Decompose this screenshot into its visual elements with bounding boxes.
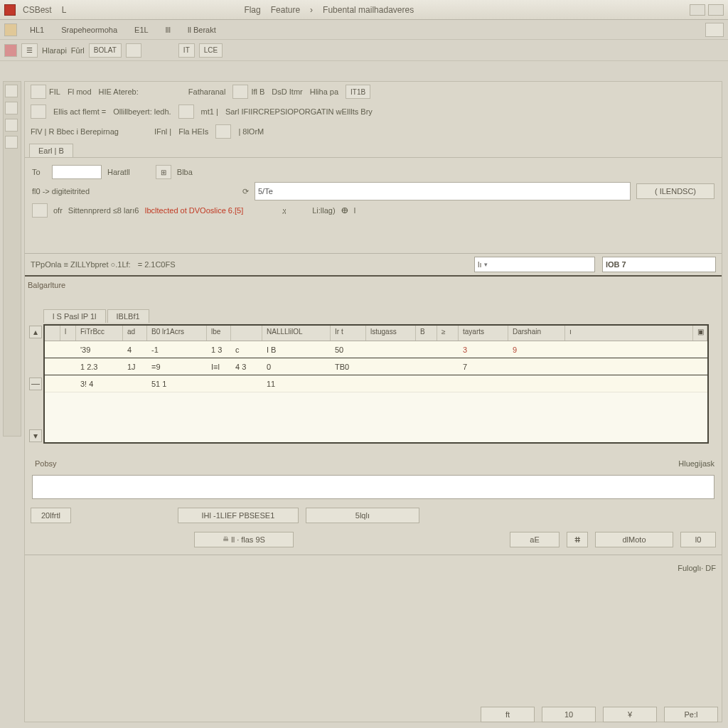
notes-textarea[interactable] <box>32 475 714 499</box>
tb-btn-1[interactable]: ☰ <box>21 43 38 58</box>
bar-a: ofr <box>53 206 63 215</box>
gh-5[interactable]: lbe <box>207 326 231 341</box>
gh-scroll[interactable]: ▣ <box>693 326 707 341</box>
footer-btn-3[interactable]: ¥ <box>603 707 657 722</box>
side-icon-4[interactable] <box>5 136 18 149</box>
header-row-3: FlV | R Bbec i Berepirnag IFnl | Fla HEI… <box>25 122 722 141</box>
gh-3[interactable]: ad <box>123 326 147 341</box>
tb-btn-bolat[interactable]: BOLAT <box>89 43 122 58</box>
f1-ic[interactable]: ⊞ <box>156 165 171 179</box>
side-icon-2[interactable] <box>5 102 18 114</box>
content-pane: FIL Fl mod HIE Atereb: Fatharanal Ifl B … <box>24 81 722 722</box>
menu-item-5[interactable]: ll Berakt <box>183 23 220 36</box>
tb-btn-sq1[interactable] <box>126 43 141 58</box>
table-cell: I B <box>262 346 331 354</box>
hr1-ic1[interactable] <box>31 85 46 99</box>
btn-6[interactable]: ⵌ <box>567 532 588 547</box>
menu-icon-right[interactable] <box>705 23 724 37</box>
footer-btn-1[interactable]: ft <box>481 707 535 722</box>
search-field[interactable]: 5/Te <box>255 182 631 200</box>
side-icon-1[interactable] <box>5 85 18 97</box>
hr1-f: DsD Itmr <box>272 87 302 96</box>
tb-btn-g2a[interactable]: IT <box>178 43 195 58</box>
gh-2[interactable]: FiTrBcc <box>76 326 123 341</box>
dialog-footer: ft 10 ¥ Pe:l <box>481 701 718 728</box>
f1-fld1[interactable] <box>52 165 102 179</box>
menu-item-3[interactable]: E1L <box>130 23 153 36</box>
btn-5[interactable]: aE <box>510 532 560 547</box>
header-row-1: FIL Fl mod HIE Atereb: Fatharanal Ifl B … <box>25 82 722 102</box>
hr1-h[interactable]: IT1B <box>346 85 370 99</box>
window-minimize[interactable] <box>708 4 724 16</box>
btn-2[interactable]: IHl -1LIEF PBSESE1 <box>178 508 299 523</box>
footer-btn-4[interactable]: Pe:l <box>664 707 718 722</box>
hr3-ic[interactable] <box>215 124 231 139</box>
tb-icon-red[interactable] <box>4 44 17 57</box>
table-cell: TB0 <box>331 363 366 371</box>
menu-item-2[interactable]: Srapeheormoha <box>57 23 122 36</box>
table-row[interactable]: '394-11 3cI B5039 <box>45 341 707 358</box>
search-button[interactable]: ( ILENDSC) <box>636 183 714 199</box>
btn-1[interactable]: 20lfrtl <box>31 508 71 523</box>
gh-7[interactable]: NALLLlilOL <box>262 326 331 341</box>
grid-mid-icon[interactable]: — <box>29 378 42 390</box>
gh-1[interactable]: l <box>60 326 76 341</box>
s2-select-1[interactable]: lı <box>474 257 595 272</box>
gh-11[interactable]: ≥ <box>437 326 459 341</box>
grid-down-icon[interactable]: ▾ <box>29 429 42 442</box>
hr1-a: FIL <box>49 87 60 96</box>
detail-section-label: Balgarlture <box>25 277 722 294</box>
data-grid: ▴ — ▾ l FiTrBcc ad B0 lr1Acrs lbe NALLLl… <box>43 324 709 444</box>
footer-label: Fuloglı· DF <box>678 564 716 572</box>
gh-12[interactable]: tayarts <box>459 326 508 341</box>
hr2-ic[interactable] <box>31 105 46 119</box>
s2-eq: = 2.1C0FS <box>138 260 176 269</box>
table-cell: 11 <box>262 380 331 388</box>
gh-8[interactable]: Ir t <box>331 326 366 341</box>
hr1-ic2[interactable] <box>232 85 248 99</box>
hr2-a: Ellis act flemt = <box>53 107 106 116</box>
table-cell: 0 <box>262 363 331 371</box>
tb-btn-g2b[interactable]: LCE <box>199 43 223 58</box>
grid-tab-1[interactable]: l S Pasl lP 1l <box>43 309 106 323</box>
toolbar-main: ☰ Hlarapi Fūrl BOLAT IT LCE <box>0 40 728 61</box>
table-row[interactable]: 1 2.31J=9I≡l4 30TB07 <box>45 358 707 375</box>
table-cell: 1 2.3 <box>76 363 123 371</box>
side-icon-3[interactable] <box>5 119 18 132</box>
notes-right: Hluegijask <box>678 459 714 468</box>
gh-0[interactable] <box>45 326 60 341</box>
gh-6[interactable] <box>231 326 262 341</box>
hr3-c: Fla HEIs <box>178 127 208 136</box>
gh-10[interactable]: B <box>416 326 437 341</box>
f2-ref[interactable]: ⟳ <box>242 187 249 196</box>
bar-f: ⴲ <box>341 206 348 215</box>
menu-icon-1[interactable] <box>4 23 17 36</box>
grid-tab-2[interactable]: IBLBf1 <box>107 309 149 323</box>
grid-up-icon[interactable]: ▴ <box>29 326 42 338</box>
search-value: 5/Te <box>258 187 273 196</box>
bar-c: Ibcltected ot DVOoslice 6.[5] <box>144 206 243 215</box>
bar-ic1[interactable] <box>32 203 48 218</box>
title-m3: Feature <box>271 5 300 15</box>
s2-select-2[interactable]: lOB 7 <box>602 257 716 272</box>
button-row-2: ≞ ll · flas 9S aE ⵌ dlMoto l0 <box>25 528 722 552</box>
btn-7[interactable]: dlMoto <box>595 532 673 547</box>
menu-item-4[interactable]: lll <box>161 23 175 36</box>
btn-8[interactable]: l0 <box>680 532 716 547</box>
hr2-sq[interactable] <box>178 105 194 119</box>
table-row[interactable]: 3! 451 111 <box>45 375 707 392</box>
window-tool-1[interactable] <box>690 4 705 16</box>
gh-13[interactable]: Darshain <box>508 326 565 341</box>
btn-3[interactable]: 5lqlı <box>306 508 419 523</box>
gh-4[interactable]: B0 lr1Acrs <box>147 326 207 341</box>
table-cell: c <box>231 346 262 354</box>
gh-9[interactable]: lstugass <box>366 326 416 341</box>
menu-item-1[interactable]: HL1 <box>26 23 48 36</box>
tab-1[interactable]: Earl | B <box>29 144 73 157</box>
section-2-row: TPpOnla ≡ ZILLYbpret ○.1Lf: = 2.1C0FS lı… <box>25 253 722 277</box>
table-cell: 3! 4 <box>76 380 123 388</box>
gh-14[interactable]: ı <box>565 326 693 341</box>
table-cell: I≡l <box>207 363 231 371</box>
footer-btn-2[interactable]: 10 <box>542 707 596 722</box>
btn-4[interactable]: ≞ ll · flas 9S <box>194 532 294 547</box>
